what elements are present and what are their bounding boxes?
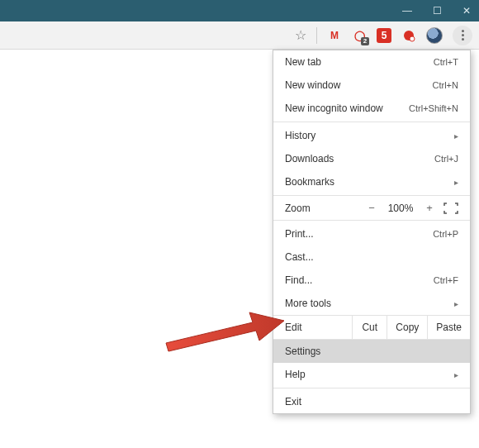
window-close-button[interactable]: ✕ <box>461 5 472 17</box>
menu-label: Find... <box>285 274 312 286</box>
menu-label: Help <box>285 369 306 380</box>
menu-more-tools[interactable]: More tools ▸ <box>273 292 470 315</box>
edit-paste-button[interactable]: Paste <box>427 316 470 339</box>
menu-shortcut: Ctrl+F <box>434 275 458 285</box>
edit-cut-button[interactable]: Cut <box>352 316 387 339</box>
edit-copy-button[interactable]: Copy <box>387 316 427 339</box>
opera-icon[interactable]: ◯ 2 <box>352 28 367 43</box>
menu-zoom-row: Zoom − 100% + <box>273 198 470 218</box>
menu-label: New incognito window <box>285 102 383 114</box>
menu-button[interactable] <box>453 26 472 45</box>
menu-label: Downloads <box>285 153 334 164</box>
menu-settings[interactable]: Settings <box>273 340 470 363</box>
menu-separator <box>273 122 470 122</box>
svg-point-1 <box>410 36 415 41</box>
menu-label: New window <box>285 79 340 91</box>
zoom-out-button[interactable]: − <box>366 202 377 214</box>
annotation-arrow <box>162 306 286 355</box>
window-minimize-button[interactable]: — <box>401 5 413 17</box>
menu-downloads[interactable]: Downloads Ctrl+J <box>273 147 470 170</box>
browser-toolbar: ☆ M ◯ 2 5 <box>0 21 479 50</box>
menu-shortcut: Ctrl+N <box>433 80 458 90</box>
menu-edit-row: Edit Cut Copy Paste <box>273 315 470 340</box>
extension-badge: 2 <box>361 37 369 45</box>
chevron-right-icon: ▸ <box>454 131 458 141</box>
fullscreen-icon[interactable] <box>443 203 458 214</box>
edit-label: Edit <box>273 316 352 339</box>
chevron-right-icon: ▸ <box>454 178 458 187</box>
menu-label: Print... <box>285 228 314 240</box>
bookmark-star-icon[interactable]: ☆ <box>295 27 306 43</box>
menu-new-tab[interactable]: New tab Ctrl+T <box>273 50 470 74</box>
kebab-dot-icon <box>462 38 464 41</box>
profile-avatar[interactable] <box>426 27 443 44</box>
toolbar-divider <box>316 27 317 44</box>
extension-icon[interactable] <box>401 28 416 43</box>
menu-print[interactable]: Print... Ctrl+P <box>273 222 470 245</box>
chevron-right-icon: ▸ <box>454 299 458 308</box>
zoom-value: 100% <box>386 203 415 214</box>
menu-cast[interactable]: Cast... <box>273 245 470 269</box>
menu-shortcut: Ctrl+T <box>434 57 458 67</box>
kebab-dot-icon <box>462 30 464 32</box>
s-extension-icon[interactable]: 5 <box>377 28 391 43</box>
menu-bookmarks[interactable]: Bookmarks ▸ <box>273 170 470 193</box>
menu-label: New tab <box>285 56 321 68</box>
menu-label: Exit <box>285 396 301 407</box>
menu-separator <box>273 195 470 196</box>
menu-separator <box>273 220 470 221</box>
menu-history[interactable]: History ▸ <box>273 124 470 147</box>
menu-shortcut: Ctrl+Shift+N <box>409 103 458 113</box>
menu-help[interactable]: Help ▸ <box>273 363 470 386</box>
menu-label: Cast... <box>285 251 314 263</box>
kebab-dot-icon <box>462 34 464 36</box>
menu-new-incognito[interactable]: New incognito window Ctrl+Shift+N <box>273 97 470 120</box>
menu-label: Bookmarks <box>285 176 334 188</box>
zoom-in-button[interactable]: + <box>424 202 435 214</box>
gmail-icon[interactable]: M <box>327 28 342 43</box>
window-maximize-button[interactable]: ☐ <box>431 5 443 17</box>
zoom-label: Zoom <box>285 203 311 214</box>
menu-exit[interactable]: Exit <box>273 390 470 413</box>
menu-label: More tools <box>285 298 331 309</box>
menu-new-window[interactable]: New window Ctrl+N <box>273 74 470 97</box>
menu-shortcut: Ctrl+P <box>433 229 458 239</box>
menu-label: Settings <box>285 346 320 357</box>
menu-find[interactable]: Find... Ctrl+F <box>273 269 470 292</box>
window-titlebar: — ☐ ✕ <box>0 0 479 21</box>
chrome-menu: New tab Ctrl+T New window Ctrl+N New inc… <box>273 50 471 414</box>
menu-separator <box>273 388 470 388</box>
menu-shortcut: Ctrl+J <box>434 154 458 164</box>
chevron-right-icon: ▸ <box>454 370 458 379</box>
menu-label: History <box>285 130 315 141</box>
